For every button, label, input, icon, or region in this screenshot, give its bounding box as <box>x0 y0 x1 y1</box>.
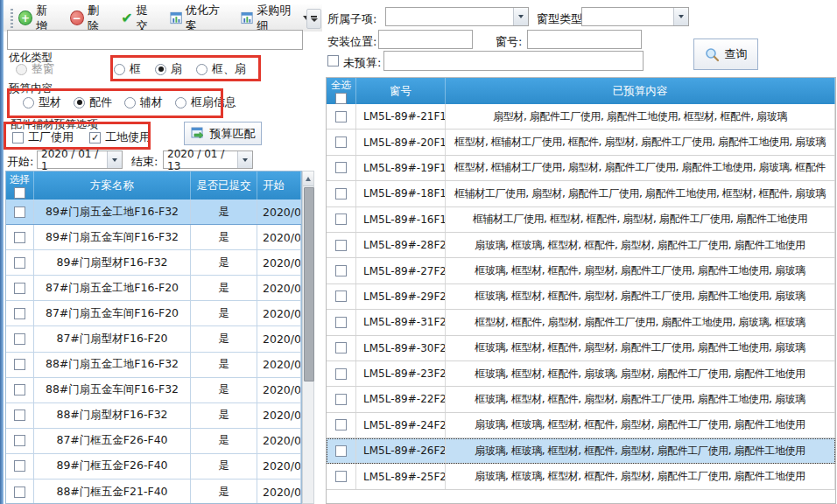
budget-match-button[interactable]: 预算匹配 <box>184 122 262 145</box>
row-checkbox[interactable] <box>14 308 25 319</box>
option-label: 工地使用 <box>105 130 151 145</box>
radio-option[interactable]: 扇 <box>155 61 182 77</box>
row-checkbox[interactable] <box>335 162 347 173</box>
window-type-combobox[interactable] <box>581 7 689 26</box>
plan-table-row[interactable]: 87#门扇型材F16-F20是2020/0 <box>6 326 301 352</box>
window-budget-row[interactable]: LM5L-89#-22F20框玻璃, 框型材, 框配件, 扇型材, 扇配件工厂使… <box>327 387 835 412</box>
row-checkbox[interactable] <box>14 232 25 243</box>
plan-table-row[interactable]: 89#门扇五金工地F16-F32是2020/0 <box>6 200 301 225</box>
radio-icon[interactable] <box>16 64 27 75</box>
row-checkbox[interactable] <box>335 290 347 302</box>
row-checkbox[interactable] <box>335 419 347 430</box>
plan-table-row[interactable]: 88#门扇型材F16-F32是2020/0 <box>6 403 301 429</box>
window-budget-row[interactable]: LM5L-89#-16F15框辅材工厂使用, 框型材, 框配件, 扇型材, 扇配… <box>327 207 835 233</box>
end-date-picker[interactable]: 2020 / 01 / 13 <box>163 150 253 169</box>
row-checkbox[interactable] <box>335 188 347 200</box>
unbudgeted-input[interactable] <box>383 51 644 71</box>
radio-option[interactable]: 辅材 <box>124 94 163 110</box>
row-checkbox[interactable] <box>335 136 347 148</box>
start-date-dropdown-arrow[interactable] <box>107 151 122 168</box>
row-checkbox[interactable] <box>335 214 347 225</box>
row-checkbox[interactable] <box>14 359 25 370</box>
budgeted-content-cell: 框型材, 框辅材工厂使用, 框配件, 扇型材, 扇配件工厂使用, 扇配件工地使用… <box>446 130 835 154</box>
checkbox-icon[interactable] <box>12 132 24 144</box>
window-budget-row[interactable]: LM5L-89#-19F17框型材, 框辅材工厂使用, 扇型材, 扇配件工厂使用… <box>327 156 835 181</box>
row-checkbox[interactable] <box>14 486 25 498</box>
plan-table-row[interactable]: 88#门框五金F21-F40是2020/0 <box>6 480 301 504</box>
toolbar-overflow-button[interactable] <box>306 9 321 29</box>
window-budget-row[interactable]: LM5L-89#-23F21框玻璃, 框型材, 框配件, 扇玻璃, 扇型材, 扇… <box>327 361 835 387</box>
radio-icon[interactable] <box>196 64 207 75</box>
plan-table-row[interactable]: 89#门扇五金车间F16-F32是2020/0 <box>6 225 301 250</box>
end-date-dropdown-arrow[interactable] <box>237 151 252 168</box>
radio-icon[interactable] <box>124 97 136 108</box>
radio-option[interactable]: 框 <box>114 61 141 77</box>
win-no-input[interactable] <box>527 30 642 49</box>
row-checkbox[interactable] <box>335 394 347 405</box>
row-checkbox[interactable] <box>335 265 347 276</box>
row-checkbox[interactable] <box>335 317 347 328</box>
row-checkbox[interactable] <box>14 257 25 269</box>
select-all-checkbox[interactable] <box>335 93 347 104</box>
radio-option[interactable]: 配件 <box>74 94 112 110</box>
plan-table-row[interactable]: 88#门扇五金车间F16-F32是2020/0 <box>6 378 301 403</box>
row-checkbox-cell <box>327 130 356 154</box>
radio-icon[interactable] <box>74 97 85 108</box>
plan-table-row[interactable]: 89#门框五金F26-F40是2020/0 <box>6 454 301 480</box>
window-budget-row[interactable]: LM5L-89#-21F19扇型材, 扇配件工厂使用, 扇配件工地使用, 框型材… <box>327 104 835 130</box>
start-date-picker[interactable]: 2020 / 01 / 1 <box>37 150 123 169</box>
window-budget-row[interactable]: LM5L-89#-20F18框型材, 框辅材工厂使用, 框配件, 扇型材, 扇配… <box>327 130 835 155</box>
plan-table-scrollbar[interactable] <box>302 171 314 504</box>
radio-option[interactable]: 框扇信息 <box>175 94 236 110</box>
plan-table-row[interactable]: 88#门扇五金工地F16-F32是2020/0 <box>6 353 301 378</box>
plan-table-row[interactable]: 89#门扇型材F16-F32是2020/0 <box>6 250 301 276</box>
window-budget-row[interactable]: LM5L-89#-24F22扇玻璃, 框玻璃, 框型材, 框配件, 扇型材, 扇… <box>327 413 835 438</box>
plan-table-row[interactable]: 87#门框五金F26-F40是2020/0 <box>6 429 301 454</box>
query-button[interactable]: 查询 <box>693 38 758 70</box>
window-budget-row[interactable]: LM5L-89#-28F26扇玻璃, 框玻璃, 框型材, 框配件, 扇型材, 扇… <box>327 233 835 258</box>
row-checkbox[interactable] <box>14 460 25 472</box>
window-budget-row[interactable]: LM5L-89#-18F16框辅材工厂使用, 扇型材, 扇配件工厂使用, 扇配件… <box>327 181 835 206</box>
window-type-dropdown-arrow[interactable] <box>673 8 688 25</box>
row-checkbox[interactable] <box>14 283 25 294</box>
row-checkbox[interactable] <box>14 206 25 218</box>
row-checkbox[interactable] <box>335 240 347 251</box>
row-checkbox[interactable] <box>335 445 347 457</box>
sub-item-combobox[interactable] <box>385 7 529 26</box>
install-pos-input[interactable] <box>378 30 473 49</box>
plan-table-row[interactable]: 87#门扇五金车间F16-F20是2020/0 <box>6 301 301 326</box>
row-checkbox[interactable] <box>14 410 25 421</box>
row-checkbox[interactable] <box>335 342 347 354</box>
row-checkbox[interactable] <box>335 368 347 380</box>
radio-icon[interactable] <box>175 97 186 108</box>
window-budget-row[interactable]: LM5L-89#-29F27框玻璃, 框型材, 框配件, 扇型材, 扇配件工厂使… <box>327 284 835 310</box>
radio-option[interactable]: 型材 <box>23 94 61 110</box>
plan-name-cell: 89#门扇五金工地F16-F32 <box>34 200 191 224</box>
row-checkbox[interactable] <box>335 111 347 122</box>
radio-icon[interactable] <box>114 64 125 75</box>
scroll-up-button[interactable] <box>303 172 313 186</box>
select-all-checkbox[interactable] <box>14 187 25 199</box>
window-budget-row[interactable]: LM5L-89#-30F28框玻璃, 框型材, 框配件, 扇型材, 扇配件工厂使… <box>327 336 835 361</box>
unbudgeted-checkbox[interactable] <box>327 55 339 66</box>
window-budget-row[interactable]: LM5L-89#-31F29框型材, 框配件, 扇型材, 扇配件工厂使用, 扇配… <box>327 310 835 335</box>
radio-icon[interactable] <box>155 64 166 75</box>
window-budget-row[interactable]: LM5L-89#-26F24扇玻璃, 框玻璃, 框型材, 框配件, 扇型材, 扇… <box>327 438 835 464</box>
radio-option[interactable]: 框、扇 <box>196 61 246 77</box>
checkbox-icon[interactable] <box>89 132 101 144</box>
sub-item-dropdown-arrow[interactable] <box>513 8 528 25</box>
row-checkbox[interactable] <box>14 384 25 396</box>
plan-table-row[interactable]: 87#门扇五金工地F16-F20是2020/0 <box>6 276 301 301</box>
row-checkbox[interactable] <box>14 333 25 345</box>
start-date-cell: 2020/0 <box>257 454 301 479</box>
row-checkbox[interactable] <box>335 471 347 482</box>
window-budget-row[interactable]: LM5L-89#-25F23扇玻璃, 框玻璃, 框型材, 框配件, 扇型材, 扇… <box>327 464 835 489</box>
row-checkbox[interactable] <box>14 435 25 446</box>
plan-filter-input[interactable] <box>7 30 303 50</box>
checkbox-option[interactable]: 工厂使用 <box>12 130 74 145</box>
window-budget-row[interactable]: LM5L-89#-27F25框玻璃, 框型材, 框配件, 扇型材, 扇配件工厂使… <box>327 258 835 284</box>
checkbox-option[interactable]: 工地使用 <box>89 130 151 145</box>
toolbar-grip[interactable] <box>11 9 13 28</box>
scrollbar-thumb[interactable] <box>304 187 314 382</box>
radio-icon[interactable] <box>23 97 34 108</box>
